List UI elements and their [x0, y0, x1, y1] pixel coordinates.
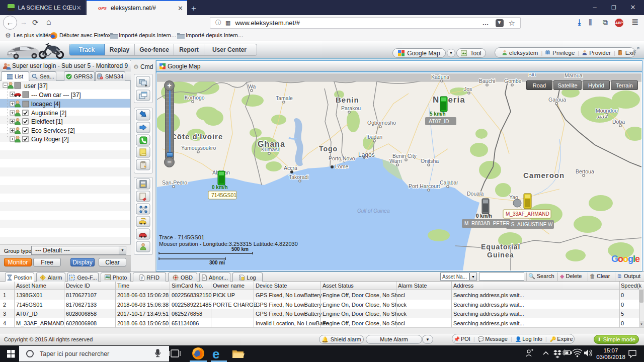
svg-text:Togo: Togo	[319, 145, 338, 153]
svg-text:Biu: Biu	[528, 73, 536, 77]
svg-text:Parakou: Parakou	[341, 105, 361, 111]
svg-text:Gombe: Gombe	[504, 78, 522, 84]
svg-text:Nigeria: Nigeria	[433, 95, 465, 105]
svg-text:Accra: Accra	[284, 165, 297, 171]
svg-text:03/06/2018: 03/06/2018	[596, 354, 625, 360]
svg-text:San-Pedro: San-Pedro	[162, 179, 187, 186]
svg-text:Garoua: Garoua	[548, 97, 566, 103]
svg-text:Wa: Wa	[248, 83, 256, 89]
svg-text:Google: Google	[611, 254, 640, 264]
svg-text:Augustine [2]: Augustine [2]	[31, 110, 66, 117]
svg-text:Bertoua: Bertoua	[576, 168, 594, 174]
svg-text:locagec [4]: locagec [4]	[31, 101, 60, 108]
svg-text:Elekfleet [1]: Elekfleet [1]	[31, 118, 63, 125]
svg-text:Gulf of Guinea: Gulf of Guinea	[357, 208, 390, 214]
svg-text:Kaduna: Kaduna	[431, 74, 449, 80]
svg-text:Lagos: Lagos	[358, 151, 375, 158]
svg-text:0 km/h: 0 km/h	[212, 185, 228, 190]
svg-text:Ogbomosho: Ogbomosho	[367, 120, 396, 126]
svg-text:Guinea: Guinea	[487, 251, 514, 259]
svg-text:M_R883AB_PETER: M_R883AB_PETER	[464, 221, 510, 226]
svg-text:user [37]: user [37]	[24, 82, 48, 89]
svg-text:Côte d'Ivoire: Côte d'Ivoire	[171, 132, 223, 141]
svg-text:Doba: Doba	[612, 119, 625, 125]
svg-text:0 km/h: 0 km/h	[476, 213, 492, 219]
svg-text:IS_AUGUSTINE: IS_AUGUSTINE	[510, 222, 547, 227]
svg-text:500 km: 500 km	[231, 246, 249, 252]
svg-text:300 mi: 300 mi	[209, 260, 225, 265]
svg-text:Yamoussoukro: Yamoussoukro	[181, 145, 216, 151]
svg-text:Mouser position - Longitude:3.: Mouser position - Longitude:3.253315 Lat…	[159, 241, 298, 247]
svg-text:Cameroon: Cameroon	[523, 171, 565, 179]
svg-text:Equatorial: Equatorial	[481, 243, 520, 251]
svg-text:Douala: Douala	[467, 191, 484, 197]
svg-text:Jos: Jos	[464, 86, 472, 92]
svg-text:Moundou: Moundou	[596, 108, 618, 114]
svg-text:Ghana: Ghana	[258, 140, 285, 148]
svg-text:Bauchi: Bauchi	[479, 78, 495, 84]
svg-text:Warri: Warri	[389, 158, 402, 164]
svg-text:W: W	[548, 222, 553, 227]
svg-text:Lome: Lome	[335, 163, 348, 169]
svg-text:Takoradi: Takoradi	[289, 174, 309, 180]
svg-text:15:07: 15:07	[604, 347, 618, 353]
svg-text:Maroua: Maroua	[565, 73, 583, 78]
svg-text:Tamale: Tamale	[276, 95, 293, 101]
svg-text:Trace - 7145GS01: Trace - 7145GS01	[159, 234, 204, 240]
svg-text:Benin: Benin	[336, 96, 359, 104]
svg-text:Onitsha: Onitsha	[421, 158, 439, 164]
svg-text:Ibadan: Ibadan	[366, 134, 382, 140]
svg-text:!: !	[42, 275, 43, 280]
svg-text:Korhogo: Korhogo	[185, 95, 205, 101]
svg-text:5 km/h: 5 km/h	[430, 111, 446, 117]
svg-text:Calabar: Calabar	[440, 179, 458, 186]
svg-text:e: e	[212, 346, 219, 361]
svg-text:M_33AF_ARMAND: M_33AF_ARMAND	[506, 211, 549, 217]
svg-text:7145GS01: 7145GS01	[211, 192, 236, 198]
svg-text:Port Harcourt: Port Harcourt	[409, 183, 440, 189]
svg-text:Porto Novo: Porto Novo	[329, 155, 355, 161]
svg-text:Guy Roger [2]: Guy Roger [2]	[31, 136, 69, 143]
svg-text:--- Own car --- [37]: --- Own car --- [37]	[31, 92, 81, 99]
svg-text:Eco Services [2]: Eco Services [2]	[31, 127, 75, 134]
svg-text:ماوندو: ماوندو	[597, 114, 608, 119]
svg-text:AT07_ID: AT07_ID	[429, 118, 449, 124]
